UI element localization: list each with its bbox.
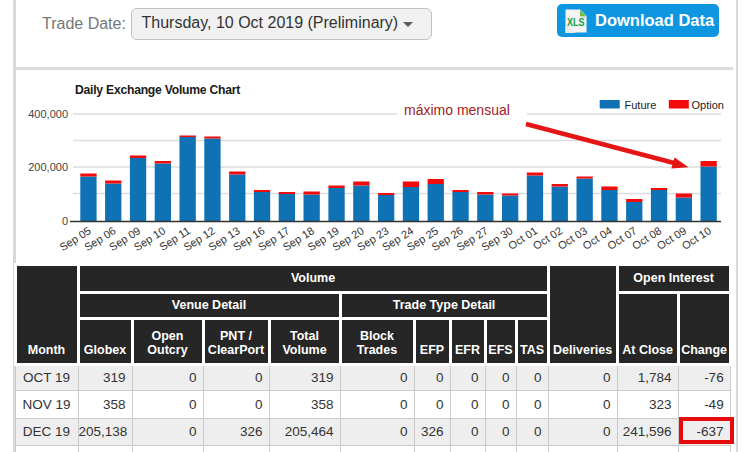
- svg-text:Option: Option: [692, 99, 724, 111]
- svg-text:máximo mensual: máximo mensual: [404, 102, 510, 118]
- svg-text:Daily Exchange Volume Chart: Daily Exchange Volume Chart: [75, 83, 240, 97]
- svg-text:200,000: 200,000: [28, 161, 68, 173]
- svg-text:400,000: 400,000: [28, 108, 68, 120]
- svg-text:Future: Future: [625, 99, 657, 111]
- svg-text:0: 0: [62, 215, 68, 227]
